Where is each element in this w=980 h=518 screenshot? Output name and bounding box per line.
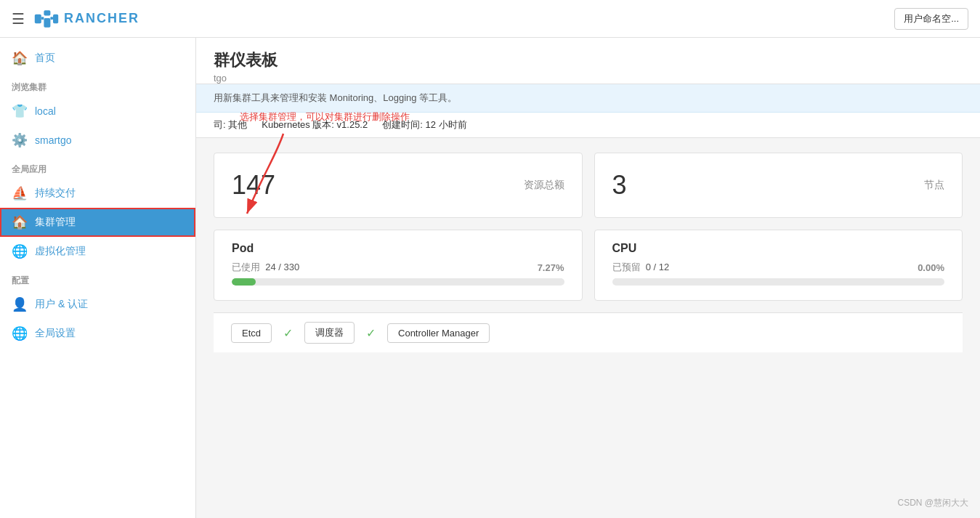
pod-card: Pod 已使用 24 / 330 7.27% [214,230,583,301]
cpu-used: 已预留 0 / 12 [612,261,670,274]
sidebar-users-label: 用户 & 认证 [35,298,88,311]
cluster-smartgo-icon: ⚙️ [12,132,28,148]
stat-nodes: 3 节点 [594,153,963,218]
cluster-k8s: Kubernetes 版本: v1.25.2 [262,118,368,131]
pod-used-count: 24 / 330 [265,262,299,272]
sidebar-item-settings[interactable]: 🌐 全局设置 [0,319,195,348]
cicd-icon: ⛵ [12,185,28,201]
sidebar-item-local[interactable]: 👕 local [0,97,195,126]
nodes-label: 节点 [924,179,944,192]
scheduler-check-icon: ✓ [283,326,293,340]
main-content: 群仪表板 tgo 用新集群工具来管理和安装 Monitoring、Logging… [196,38,980,518]
resources-value: 147 [232,170,275,201]
svg-rect-0 [35,14,41,23]
sidebar-section-browse: 浏览集群 [0,73,195,97]
cpu-used-count: 0 / 12 [646,262,670,272]
stat-resources: 147 资源总额 [214,153,583,218]
cpu-percent: 0.00% [918,262,944,273]
cluster-provider: 司: 其他 [214,118,247,131]
sidebar-smartgo-label: smartgo [35,134,72,146]
page-subtitle: tgo [214,73,963,84]
pod-progress-fill [232,278,256,286]
sidebar-cicd-label: 持续交付 [35,187,76,200]
logo-text: RANCHER [64,11,139,26]
sidebar-section-global-apps: 全局应用 [0,155,195,179]
svg-rect-4 [41,17,44,20]
svg-rect-3 [53,14,58,23]
users-icon: 👤 [12,296,28,312]
rancher-logo-icon [33,9,60,29]
virt-icon: 🌐 [12,243,28,259]
info-banner-text: 用新集群工具来管理和安装 Monitoring、Logging 等工具。 [214,92,457,103]
topbar-left: ☰ RANCHER [12,9,139,29]
info-banner: 用新集群工具来管理和安装 Monitoring、Logging 等工具。 [196,84,980,113]
scheduler-button[interactable]: 调度器 [304,322,355,344]
cpu-progress-bar [612,278,945,286]
sidebar-home-label: 首页 [35,52,55,65]
sidebar-local-label: local [35,105,56,117]
status-scheduler: 调度器 [304,322,355,344]
sidebar: 🏠 首页 浏览集群 👕 local ⚙️ smartgo 全局应用 ⛵ 持续交付… [0,38,196,518]
pod-progress-bar [232,278,564,286]
topbar: ☰ RANCHER 用户命名空... [0,0,980,38]
sidebar-item-smartgo[interactable]: ⚙️ smartgo [0,126,195,155]
status-bar: Etcd ✓ 调度器 ✓ Controller Manager [214,312,963,352]
cluster-mgmt-icon: 🏠 [12,214,28,230]
hamburger-icon[interactable]: ☰ [12,10,25,28]
user-button[interactable]: 用户命名空... [894,8,968,30]
sidebar-item-users[interactable]: 👤 用户 & 认证 [0,290,195,319]
svg-rect-1 [44,10,50,15]
controller-manager-button[interactable]: Controller Manager [387,323,490,343]
page-title: 群仪表板 [214,49,963,71]
status-etcd: Etcd [231,323,272,343]
cpu-used-label: 已预留 [612,262,641,272]
content-area: 147 资源总额 3 节点 Pod 已使用 24 / 330 [196,138,980,367]
pod-percent: 7.27% [538,262,564,273]
logo: RANCHER [33,9,139,29]
pod-used: 已使用 24 / 330 [232,261,299,274]
settings-icon: 🌐 [12,325,28,341]
sidebar-cluster-mgmt-label: 集群管理 [35,216,76,229]
nodes-value: 3 [612,170,627,201]
cpu-meta: 已预留 0 / 12 0.00% [612,261,945,274]
watermark: CSDN @慧闲大大 [897,497,968,509]
pod-title: Pod [232,242,564,255]
svg-rect-2 [44,18,50,28]
cluster-created: 创建时间: 12 小时前 [382,118,466,131]
stats-row: 147 资源总额 3 节点 [214,153,963,218]
sidebar-settings-label: 全局设置 [35,327,76,340]
sidebar-section-config: 配置 [0,266,195,290]
sidebar-item-virt[interactable]: 🌐 虚拟化管理 [0,237,195,266]
topbar-right: 用户命名空... [894,8,968,30]
svg-rect-5 [50,17,53,20]
layout: 🏠 首页 浏览集群 👕 local ⚙️ smartgo 全局应用 ⛵ 持续交付… [0,38,980,518]
sidebar-item-cicd[interactable]: ⛵ 持续交付 [0,179,195,208]
resource-row: Pod 已使用 24 / 330 7.27% CPU [214,230,963,301]
status-controller-manager: Controller Manager [387,323,490,343]
cpu-card: CPU 已预留 0 / 12 0.00% [594,230,963,301]
cluster-meta: 司: 其他 Kubernetes 版本: v1.25.2 创建时间: 12 小时… [196,113,980,138]
page-header: 群仪表板 tgo [196,38,980,84]
pod-used-label: 已使用 [232,262,260,272]
sidebar-item-cluster-mgmt[interactable]: 🏠 集群管理 [0,208,195,237]
pod-meta: 已使用 24 / 330 7.27% [232,261,564,274]
controller-check-icon: ✓ [366,326,376,340]
etcd-button[interactable]: Etcd [231,323,272,343]
home-icon: 🏠 [12,50,28,66]
cluster-local-icon: 👕 [12,103,28,119]
resources-label: 资源总额 [524,179,564,192]
sidebar-item-home[interactable]: 🏠 首页 [0,44,195,73]
cpu-title: CPU [612,242,945,255]
sidebar-virt-label: 虚拟化管理 [35,245,86,258]
